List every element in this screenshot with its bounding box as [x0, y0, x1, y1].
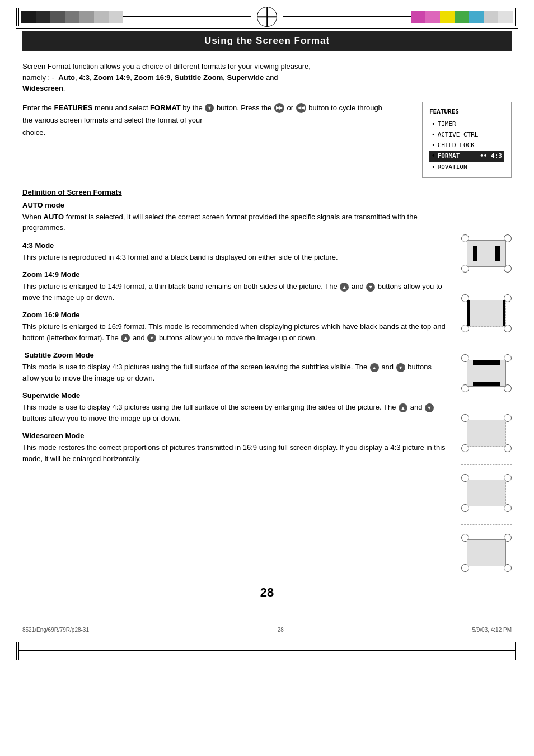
diagram-superwide [461, 474, 512, 512]
mode-subtitle-zoom-desc: This mode is use to display 4:3 pictures… [22, 361, 450, 383]
down-btn-icon3: ▼ [396, 363, 405, 372]
mode-widescreen-desc: This mode restores the correct proportio… [22, 442, 450, 464]
left-vert-bar [16, 8, 17, 26]
menu-item-active-ctrl: • ACTIVE CTRL [429, 130, 504, 140]
mode-superwide-desc: This mode is use to display 4:3 pictures… [22, 402, 450, 424]
right-vert-bar [515, 8, 516, 26]
features-menu-box: FEATURES • TIMER • ACTIVE CTRL • CHILD L… [422, 102, 512, 178]
diagram-column [461, 201, 512, 575]
band-left [473, 246, 477, 261]
color-block [411, 11, 425, 23]
color-block [455, 11, 469, 23]
right-vert-bar2 [518, 8, 519, 26]
color-block [94, 11, 109, 23]
diagram-inner [467, 480, 506, 506]
modes-and-diagrams: AUTO mode When AUTO format is selected, … [22, 201, 512, 575]
mode-zoom-14-9-title: Zoom 14:9 Mode [22, 270, 450, 279]
mode-4-3-text: 4:3 Mode This picture is reproduced in 4… [22, 241, 450, 263]
mode-superwide-text: Superwide Mode This mode is use to displ… [22, 391, 450, 424]
footer-right: 5/9/03, 4:12 PM [472, 627, 512, 633]
diagram-inner [467, 360, 506, 387]
down-btn-icon4: ▼ [425, 403, 434, 412]
mode-subtitle-zoom-title: Subtitle Zoom Mode [22, 351, 450, 359]
mode-widescreen: Widescreen Mode This mode restores the c… [22, 431, 450, 464]
mode-widescreen-text: Widescreen Mode This mode restores the c… [22, 431, 450, 464]
features-menu-title: FEATURES [429, 107, 504, 118]
mode-auto-desc: When AUTO format is selected, it will se… [22, 212, 450, 233]
mode-widescreen-title: Widescreen Mode [22, 431, 450, 440]
color-block [484, 11, 498, 23]
mode-superwide-title: Superwide Mode [22, 391, 450, 400]
color-block [425, 11, 440, 23]
mode-4-3-title: 4:3 Mode [22, 241, 450, 250]
diagram-zoom-16-9 [461, 354, 512, 392]
bottom-horiz-line [19, 650, 515, 651]
color-block [65, 11, 79, 23]
diagram-4-3 [461, 234, 512, 273]
right-color-strip [411, 11, 513, 23]
mode-zoom-16-9: Zoom 16:9 Mode This picture is enlarged … [22, 311, 450, 343]
bl-vert-bar [16, 642, 17, 660]
up-btn-icon3: ▲ [370, 363, 379, 372]
color-block [36, 11, 50, 23]
color-block [109, 11, 123, 23]
mode-subtitle-zoom: Subtitle Zoom Mode This mode is use to d… [22, 351, 450, 383]
left-button-icon: ◀◀ [296, 103, 306, 113]
mode-4-3-desc: This picture is reproduced in 4:3 format… [22, 252, 450, 263]
up-btn-icon: ▲ [340, 283, 349, 292]
menu-item-child-lock: • CHILD LOCK [429, 140, 504, 151]
band-right [495, 246, 500, 261]
main-content: Using the Screen Format Screen Format fu… [0, 31, 534, 617]
footer-left: 8521/Eng/69R/79R/p28-31 [22, 627, 89, 633]
left-color-strip [21, 11, 123, 23]
thin-band-left [467, 300, 470, 326]
mode-auto: AUTO mode When AUTO format is selected, … [22, 201, 450, 233]
menu-item-format: • FORMAT •• 4:3 [429, 151, 504, 162]
definition-section-title: Definition of Screen Formats [22, 188, 512, 196]
color-block [498, 11, 513, 23]
instructions-section: Enter the FEATURES menu and select FORMA… [22, 102, 512, 178]
center-crosshair-area [123, 7, 411, 27]
down-button-icon: ▼ [205, 104, 214, 112]
crosshair-icon [257, 7, 277, 27]
diagram-subtitle-zoom [461, 414, 512, 452]
bottom-h-line [0, 617, 534, 618]
top-h-lines [0, 27, 534, 31]
diagram-zoom-14-9 [461, 294, 512, 332]
mode-subtitle-zoom-text: Subtitle Zoom Mode This mode is use to d… [22, 351, 450, 383]
mode-zoom-14-9-desc: This picture is enlarged to 14:9 format,… [22, 281, 450, 303]
color-block [50, 11, 65, 23]
instructions-text: Enter the FEATURES menu and select FORMA… [22, 102, 411, 139]
footer: 8521/Eng/69R/79R/p28-31 28 5/9/03, 4:12 … [0, 624, 534, 635]
bottom-decorative-bar [0, 635, 534, 666]
footer-center: 28 [278, 627, 284, 633]
mode-auto-text: AUTO mode When AUTO format is selected, … [22, 201, 450, 233]
color-block [79, 11, 94, 23]
diagram-inner [467, 539, 506, 566]
title-text: Using the Screen Format [204, 35, 330, 46]
mode-descriptions: AUTO mode When AUTO format is selected, … [22, 201, 450, 575]
diagram-widescreen [461, 534, 512, 572]
mode-auto-title: AUTO mode [22, 201, 450, 209]
band-bottom [473, 382, 500, 386]
diagram-inner [467, 240, 506, 267]
menu-item-rovation: • ROVATION [429, 162, 504, 173]
left-vert-bar2 [18, 8, 20, 26]
color-block [440, 11, 455, 23]
up-btn-icon2: ▲ [121, 334, 130, 342]
down-btn-icon: ▼ [366, 283, 375, 292]
thin-band-right [503, 300, 505, 326]
right-button-icon: ▶▶ [274, 103, 284, 113]
page-title: Using the Screen Format [22, 31, 512, 51]
down-btn-icon2: ▼ [147, 334, 156, 342]
up-btn-icon4: ▲ [399, 403, 407, 412]
mode-zoom-14-9: Zoom 14:9 Mode This picture is enlarged … [22, 270, 450, 303]
mode-superwide: Superwide Mode This mode is use to displ… [22, 391, 450, 424]
menu-item-timer: • TIMER [429, 119, 504, 130]
diagram-inner [467, 420, 506, 447]
mode-zoom-16-9-title: Zoom 16:9 Mode [22, 311, 450, 319]
horiz-line-right [283, 16, 411, 17]
mode-4-3: 4:3 Mode This picture is reproduced in 4… [22, 241, 450, 263]
mode-zoom-14-9-text: Zoom 14:9 Mode This picture is enlarged … [22, 270, 450, 303]
color-block [21, 11, 36, 23]
